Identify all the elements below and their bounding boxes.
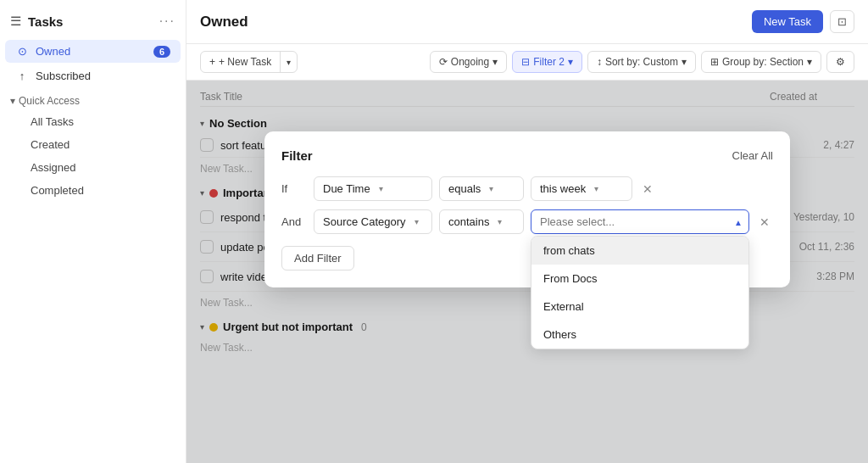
settings-icon: ⚙ — [836, 56, 845, 68]
filter-operator-value-2: contains — [448, 215, 489, 228]
content-area: Task Title Created at ▾ No Section sort … — [186, 81, 868, 463]
chevron-down-icon: ▾ — [568, 56, 573, 68]
page-title: Owned — [200, 14, 745, 31]
sidebar-item-created[interactable]: Created — [5, 134, 181, 155]
group-label: Group by: Section — [722, 56, 804, 68]
filter-and-label: And — [281, 215, 307, 228]
add-filter-button[interactable]: Add Filter — [281, 246, 354, 271]
filter-modal-header: Filter Clear All — [281, 148, 773, 163]
sort-label: Sort by: Custom — [605, 56, 678, 68]
dropdown-item-others[interactable]: Others — [531, 321, 748, 349]
filter-value-input[interactable] — [531, 209, 749, 234]
filter-field-value-1: Due Time — [323, 182, 370, 195]
owned-badge: 6 — [153, 46, 170, 58]
popout-icon[interactable]: ⊡ — [830, 10, 854, 33]
add-task-split-button: + + New Task ▾ — [200, 51, 298, 73]
owned-icon: ⊙ — [15, 45, 29, 58]
plus-icon: + — [209, 56, 215, 68]
add-task-label: + New Task — [219, 56, 271, 68]
quick-access-label: Quick Access — [19, 95, 80, 107]
chevron-down-icon: ▾ — [594, 184, 598, 193]
chevron-up-icon: ▲ — [734, 217, 743, 226]
chevron-down-icon: ▾ — [10, 95, 15, 107]
dropdown-item-external[interactable]: External — [531, 293, 748, 321]
toolbar: + + New Task ▾ ⟳ Ongoing ▾ ⊟ Filter 2 ▾ … — [186, 44, 868, 81]
sidebar-header: ☰ Tasks ··· — [0, 7, 186, 39]
filter-operator-select-2[interactable]: contains ▾ — [439, 209, 524, 234]
chevron-down-icon: ▾ — [489, 184, 493, 193]
settings-button[interactable]: ⚙ — [826, 51, 854, 73]
filter-operator-value-1: equals — [448, 182, 481, 195]
filter-label: Filter 2 — [533, 56, 565, 68]
add-task-main-button[interactable]: + + New Task — [201, 52, 280, 72]
filter-operator-select-1[interactable]: equals ▾ — [439, 176, 524, 201]
filter-value-input-wrap: ▲ from chats From Docs External Others — [531, 209, 749, 234]
filter-field-select-1[interactable]: Due Time ▾ — [314, 176, 432, 201]
sort-icon: ↕ — [597, 56, 602, 68]
filter-field-value-2: Source Category — [323, 215, 406, 228]
filter-if-label: If — [281, 182, 307, 195]
filter-value-select-1[interactable]: this week ▾ — [531, 176, 632, 201]
filter-row-2-remove-button[interactable]: ✕ — [756, 212, 773, 232]
group-icon: ⊞ — [710, 56, 719, 68]
filter-row-1-remove-button[interactable]: ✕ — [639, 179, 656, 199]
subscribed-icon: ↑ — [15, 70, 29, 82]
filter-row-1: If Due Time ▾ equals ▾ this week ▾ ✕ — [281, 176, 773, 201]
ongoing-icon: ⟳ — [439, 56, 448, 68]
main-area: Owned New Task ⊡ + + New Task ▾ ⟳ Ongoin… — [186, 0, 868, 463]
filter-button[interactable]: ⊟ Filter 2 ▾ — [512, 51, 582, 73]
filter-row-2: And Source Category ▾ contains ▾ ▲ — [281, 209, 773, 234]
sidebar-item-completed[interactable]: Completed — [5, 180, 181, 201]
ongoing-label: Ongoing — [451, 56, 489, 68]
app-title: Tasks — [28, 14, 153, 29]
new-task-button[interactable]: New Task — [752, 10, 823, 33]
modal-overlay: Filter Clear All If Due Time ▾ equals ▾ — [186, 81, 868, 463]
chevron-down-icon: ▾ — [415, 217, 419, 226]
sort-button[interactable]: ↕ Sort by: Custom ▾ — [587, 51, 696, 73]
filter-icon: ⊟ — [521, 56, 530, 68]
chevron-down-icon: ▾ — [498, 217, 502, 226]
sidebar-item-owned[interactable]: ⊙ Owned 6 — [5, 40, 181, 63]
sidebar-item-assigned[interactable]: Assigned — [5, 157, 181, 178]
subscribed-label: Subscribed — [36, 70, 170, 82]
dropdown-item-from-chats[interactable]: from chats — [531, 237, 748, 265]
add-task-arrow-button[interactable]: ▾ — [281, 53, 297, 71]
more-icon[interactable]: ··· — [159, 14, 175, 29]
group-button[interactable]: ⊞ Group by: Section ▾ — [701, 51, 821, 73]
chevron-down-icon: ▾ — [807, 56, 812, 68]
sidebar: ☰ Tasks ··· ⊙ Owned 6 ↑ Subscribed ▾ Qui… — [0, 0, 186, 463]
ongoing-button[interactable]: ⟳ Ongoing ▾ — [430, 51, 507, 73]
menu-icon: ☰ — [10, 14, 21, 29]
sidebar-item-all-tasks[interactable]: All Tasks — [5, 111, 181, 132]
main-header: Owned New Task ⊡ — [186, 0, 868, 44]
filter-modal-title: Filter — [281, 148, 313, 163]
filter-clear-all-button[interactable]: Clear All — [732, 149, 773, 162]
chevron-down-icon: ▾ — [682, 56, 687, 68]
quick-access-section: ▾ Quick Access — [0, 88, 186, 110]
filter-field-select-2[interactable]: Source Category ▾ — [314, 209, 432, 234]
sidebar-item-subscribed[interactable]: ↑ Subscribed — [5, 64, 181, 87]
dropdown-item-from-docs[interactable]: From Docs — [531, 265, 748, 293]
chevron-down-icon: ▾ — [492, 56, 498, 68]
chevron-down-icon: ▾ — [379, 184, 383, 193]
owned-label: Owned — [36, 45, 147, 58]
filter-dropdown: from chats From Docs External Others — [531, 236, 749, 349]
filter-value-1: this week — [540, 182, 586, 195]
filter-modal: Filter Clear All If Due Time ▾ equals ▾ — [264, 131, 790, 287]
